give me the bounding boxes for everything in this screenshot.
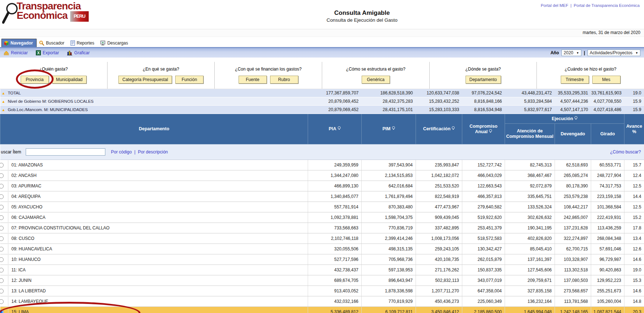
summary-value: 97,076,224,542 bbox=[462, 89, 505, 97]
department-name[interactable]: 11: ICA bbox=[8, 267, 26, 272]
cell-value: 770,819,929 bbox=[362, 296, 416, 307]
graficar-button[interactable]: Graficar bbox=[67, 50, 90, 55]
action-toolbar: Reiniciar X Exportar Graficar Año 2020▼ … bbox=[0, 47, 644, 58]
filter-button-mes[interactable]: Mes bbox=[592, 76, 620, 84]
page-title-block: Consulta Amigable Consulta de Ejecución … bbox=[255, 9, 469, 23]
department-name[interactable]: 13: LA LIBERTAD bbox=[8, 288, 46, 293]
row-radio[interactable] bbox=[0, 205, 4, 210]
department-name[interactable]: 10: HUANUCO bbox=[8, 257, 41, 262]
reiniciar-button[interactable]: Reiniciar bbox=[4, 50, 28, 55]
col-girado: Girado bbox=[591, 124, 624, 144]
row-radio[interactable] bbox=[0, 289, 4, 293]
cell-value: 1,087,821,544 bbox=[591, 307, 624, 313]
cell-value: 466,043,029 bbox=[462, 170, 505, 181]
summary-value: 5,833,284,584 bbox=[505, 97, 555, 106]
cell-value: 248,727,904 bbox=[591, 170, 624, 181]
cell-value: 15.2 bbox=[624, 212, 644, 223]
department-name[interactable]: 03: APURIMAC bbox=[8, 183, 42, 189]
expand-triangle-icon[interactable]: ▲ bbox=[2, 91, 5, 95]
row-radio[interactable] bbox=[0, 299, 4, 304]
por-descripcion-link[interactable]: Por descripción bbox=[138, 149, 168, 155]
cell-value: 103,328,907 bbox=[555, 254, 591, 265]
cell-value: 251,533,520 bbox=[416, 181, 462, 191]
filter-button-categoria-presupuestal[interactable]: Categoría Presupuestal bbox=[118, 76, 172, 84]
department-name[interactable]: 14: LAMBAYEQUE bbox=[8, 299, 49, 304]
exportar-button[interactable]: X Exportar bbox=[36, 50, 59, 55]
row-radio[interactable] bbox=[0, 310, 4, 313]
summary-value: 20,879,069,452 bbox=[308, 97, 362, 106]
year-select[interactable]: 2020▼ bbox=[561, 50, 581, 56]
row-radio[interactable] bbox=[0, 268, 4, 272]
tab-navegador[interactable]: Navegador bbox=[1, 39, 37, 47]
view-select[interactable]: Actividades/Proyectos▼ bbox=[588, 50, 640, 56]
row-radio[interactable] bbox=[0, 236, 4, 241]
summary-value: 28,432,375,283 bbox=[362, 97, 416, 106]
table-row-14-lambayeque: 14: LAMBAYEQUE432,032,166770,819,929450,… bbox=[0, 296, 644, 307]
department-rows: 01: AMAZONAS249,359,959397,543,904235,99… bbox=[0, 160, 644, 313]
filter-button-municipalidad[interactable]: Municipalidad bbox=[52, 76, 87, 84]
department-name[interactable]: 05: AYACUCHO bbox=[8, 204, 43, 210]
row-radio[interactable] bbox=[0, 226, 4, 230]
row-radio[interactable] bbox=[0, 163, 4, 168]
cell-value: 1,598,704,375 bbox=[362, 212, 416, 223]
filter-button-generica[interactable]: Genérica bbox=[362, 76, 390, 84]
tab-buscador[interactable]: Buscador bbox=[37, 39, 68, 47]
department-name[interactable]: 07: PROVINCIA CONSTITUCIONAL DEL CALLAO bbox=[8, 225, 110, 230]
tab-reportes[interactable]: Reportes bbox=[68, 39, 98, 47]
row-radio[interactable] bbox=[0, 257, 4, 262]
department-name[interactable]: 09: HUANCAVELICA bbox=[8, 246, 52, 251]
filter-button-fuente[interactable]: Fuente bbox=[239, 76, 267, 84]
cell-value: 1,042,182,072 bbox=[416, 170, 462, 181]
search-input[interactable] bbox=[26, 148, 105, 156]
summary-row: ▲TOTAL177,367,859,707186,628,518,390120,… bbox=[0, 89, 644, 97]
cell-value: 15.7 bbox=[624, 160, 644, 170]
cell-value: 498,315,135 bbox=[362, 244, 416, 254]
row-radio[interactable] bbox=[0, 278, 4, 283]
filter-button-provincia[interactable]: Provincia bbox=[21, 76, 49, 84]
department-name[interactable]: 06: CAJAMARCA bbox=[8, 215, 46, 220]
cell-value: 14.6 bbox=[624, 254, 644, 265]
pin-icon bbox=[452, 126, 455, 129]
cell-value: 14.6 bbox=[624, 286, 644, 296]
table-row-15-lima: 15: LIMA5,336,489,8126,109,712,8113,450,… bbox=[0, 307, 644, 313]
row-radio[interactable] bbox=[0, 194, 4, 199]
department-name[interactable]: 15: LIMA bbox=[8, 309, 29, 313]
department-name[interactable]: 08: CUSCO bbox=[8, 236, 34, 241]
cell-value: 1,645,994,048 bbox=[505, 307, 555, 313]
filter-button-trimestre[interactable]: Trimestre bbox=[561, 76, 589, 84]
filter-button-rubro[interactable]: Rubro bbox=[270, 76, 298, 84]
como-buscar-link[interactable]: ¿Cómo buscar? bbox=[610, 149, 641, 155]
cell-value: 12.4 bbox=[624, 170, 644, 181]
department-name[interactable]: 01: AMAZONAS bbox=[8, 162, 43, 168]
row-radio[interactable] bbox=[0, 184, 4, 189]
summary-value: 15,283,432,252 bbox=[416, 97, 462, 106]
cell-value: 255,251,673 bbox=[591, 286, 624, 296]
row-radio[interactable] bbox=[0, 247, 4, 251]
peru-badge: PERU bbox=[70, 11, 88, 22]
expand-triangle-icon[interactable]: ▲ bbox=[2, 100, 5, 103]
department-name[interactable]: 02: ANCASH bbox=[8, 173, 37, 178]
filter-button-funcion[interactable]: Función bbox=[175, 76, 203, 84]
tab-descargas[interactable]: Descargas bbox=[98, 39, 131, 47]
row-radio[interactable] bbox=[0, 215, 4, 220]
filter-button-departamento[interactable]: Departamento bbox=[466, 76, 501, 84]
download-icon bbox=[100, 41, 105, 46]
cell-value: 249,359,959 bbox=[308, 160, 362, 170]
page-subtitle: Consulta de Ejecución del Gasto bbox=[255, 17, 469, 23]
cell-value: 222,419,931 bbox=[591, 212, 624, 223]
department-name[interactable]: 12: JUNIN bbox=[8, 278, 31, 283]
cell-value: 136,232,164 bbox=[505, 296, 555, 307]
cell-value: 2,134,515,853 bbox=[362, 170, 416, 181]
row-radio[interactable] bbox=[0, 173, 4, 178]
cell-value: 225,060,349 bbox=[462, 296, 505, 307]
link-portal-transparencia[interactable]: Portal de Transparencia Económica bbox=[574, 3, 640, 8]
spacer bbox=[0, 58, 644, 62]
por-codigo-link[interactable]: Por código bbox=[111, 149, 132, 155]
department-name[interactable]: 04: AREQUIPA bbox=[8, 194, 41, 199]
cell-value: 14.8 bbox=[624, 296, 644, 307]
chevron-down-icon: ▼ bbox=[635, 51, 638, 55]
link-portal-mef[interactable]: Portal del MEF bbox=[541, 3, 568, 8]
filter-question: ¿Quién gasta? bbox=[0, 64, 107, 75]
expand-triangle-icon[interactable]: ▲ bbox=[2, 108, 5, 112]
table-row-09-huancavelica: 09: HUANCAVELICA320,055,506498,315,13525… bbox=[0, 244, 644, 254]
